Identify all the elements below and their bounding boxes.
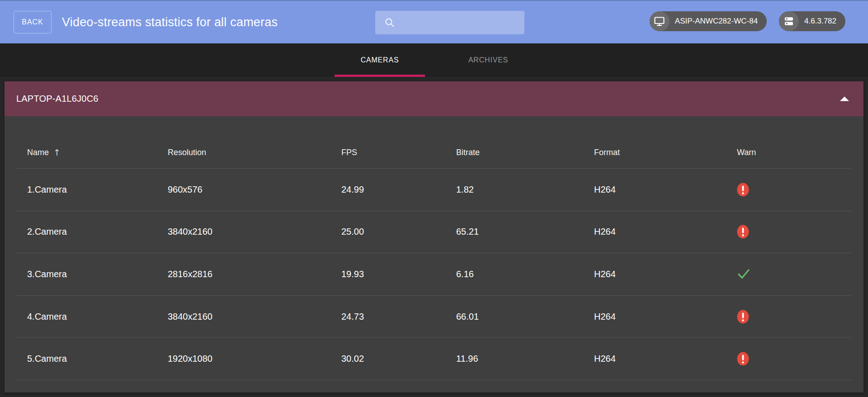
camera-bitrate: 65.21 xyxy=(456,227,594,237)
warn-status xyxy=(737,225,852,239)
camera-bitrate: 11.96 xyxy=(456,354,594,364)
sort-asc-icon: ↑ xyxy=(53,148,61,157)
active-tab-indicator xyxy=(335,75,425,77)
server-icon xyxy=(779,11,799,31)
monitor-icon xyxy=(650,11,670,31)
header-badges: ASIP-ANWC282-WC-84 4.6.3.782 xyxy=(650,11,845,31)
table-header-row: Name ↑ Resolution FPS Bitrate Format War… xyxy=(16,116,852,169)
column-header-format[interactable]: Format xyxy=(594,148,737,157)
camera-stats-table: Name ↑ Resolution FPS Bitrate Format War… xyxy=(5,116,863,392)
triangle-up-icon xyxy=(839,96,850,102)
device-badge-label: ASIP-ANWC282-WC-84 xyxy=(675,17,758,26)
camera-resolution: 3840x2160 xyxy=(168,227,341,237)
tab-cameras[interactable]: CAMERAS xyxy=(326,43,434,77)
camera-format: H264 xyxy=(594,184,737,195)
search-icon xyxy=(384,17,395,28)
camera-fps: 25.00 xyxy=(341,227,456,237)
camera-format: H264 xyxy=(594,227,737,237)
tab-cameras-label: CAMERAS xyxy=(361,56,399,64)
warning-icon xyxy=(737,183,749,197)
collapse-button[interactable] xyxy=(839,96,850,102)
camera-fps: 30.02 xyxy=(341,354,456,364)
column-header-bitrate[interactable]: Bitrate xyxy=(456,148,594,157)
check-icon xyxy=(737,268,750,280)
tab-archives[interactable]: ARCHIVES xyxy=(434,43,542,77)
warning-icon xyxy=(737,352,749,366)
camera-name: 2.Camera xyxy=(27,227,168,237)
camera-name: 5.Camera xyxy=(27,354,168,364)
warn-status xyxy=(737,268,852,280)
panel-header[interactable]: LAPTOP-A1L6J0C6 xyxy=(5,81,863,116)
warn-status xyxy=(737,310,852,324)
camera-format: H264 xyxy=(594,354,737,364)
tab-bar: CAMERAS ARCHIVES xyxy=(0,43,868,77)
camera-bitrate: 6.16 xyxy=(456,269,594,279)
table-row[interactable]: 5.Camera 1920x1080 30.02 11.96 H264 xyxy=(16,338,852,380)
camera-name: 3.Camera xyxy=(27,269,168,279)
column-header-name[interactable]: Name ↑ xyxy=(27,148,168,157)
camera-resolution: 3840x2160 xyxy=(168,312,341,322)
camera-format: H264 xyxy=(594,269,737,279)
table-row[interactable]: 4.Camera 3840x2160 24.73 66.01 H264 xyxy=(16,296,852,338)
warning-icon xyxy=(737,225,749,239)
column-header-fps[interactable]: FPS xyxy=(341,148,456,157)
warn-status xyxy=(737,352,852,366)
camera-name: 1.Camera xyxy=(27,184,168,195)
back-button[interactable]: BACK xyxy=(14,11,52,33)
tab-archives-label: ARCHIVES xyxy=(468,56,508,64)
app-header: BACK Video-streams statistics for all ca… xyxy=(0,0,868,43)
device-badge[interactable]: ASIP-ANWC282-WC-84 xyxy=(650,11,767,31)
search-box[interactable] xyxy=(375,11,524,34)
camera-fps: 19.93 xyxy=(341,269,456,279)
device-panel: LAPTOP-A1L6J0C6 Name ↑ Resolution FPS Bi… xyxy=(5,81,863,392)
warning-icon xyxy=(737,310,749,324)
camera-fps: 24.73 xyxy=(341,312,456,322)
table-row[interactable]: 1.Camera 960x576 24.99 1.82 H264 xyxy=(16,169,852,211)
column-header-warn[interactable]: Warn xyxy=(737,148,852,157)
camera-fps: 24.99 xyxy=(341,184,456,195)
table-row[interactable]: 3.Camera 2816x2816 19.93 6.16 H264 xyxy=(16,253,852,296)
camera-resolution: 1920x1080 xyxy=(168,354,341,364)
version-badge-label: 4.6.3.782 xyxy=(804,17,836,26)
camera-bitrate: 66.01 xyxy=(456,312,594,322)
camera-format: H264 xyxy=(594,312,737,322)
version-badge[interactable]: 4.6.3.782 xyxy=(779,11,845,31)
camera-resolution: 960x576 xyxy=(168,184,341,195)
warn-status xyxy=(737,183,852,197)
column-header-resolution[interactable]: Resolution xyxy=(168,148,341,157)
camera-resolution: 2816x2816 xyxy=(168,269,341,279)
camera-bitrate: 1.82 xyxy=(456,184,594,195)
camera-name: 4.Camera xyxy=(27,312,168,322)
page-title: Video-streams statistics for all cameras xyxy=(62,15,278,29)
search-input[interactable] xyxy=(401,18,518,28)
table-row[interactable]: 2.Camera 3840x2160 25.00 65.21 H264 xyxy=(16,211,852,254)
panel-title: LAPTOP-A1L6J0C6 xyxy=(16,94,99,104)
